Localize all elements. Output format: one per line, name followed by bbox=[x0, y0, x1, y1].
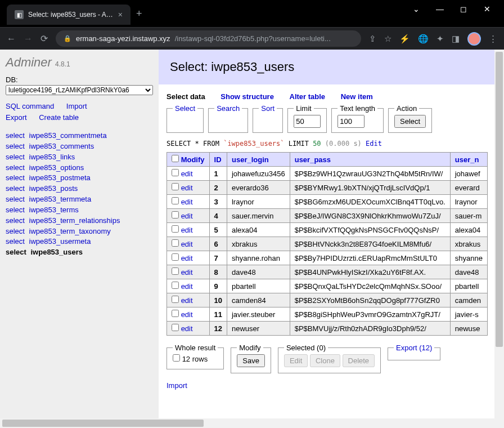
select-button[interactable] bbox=[394, 115, 426, 128]
url-input[interactable]: 🔒 erman-saga-yezi.instawp.xyz/instawp-sq… bbox=[56, 30, 361, 47]
table-name-link[interactable]: iwpe853_posts bbox=[29, 184, 78, 193]
maximize-icon[interactable]: ◻ bbox=[458, 5, 469, 14]
table-name-link[interactable]: iwpe853_terms bbox=[29, 206, 79, 214]
dropdown-icon[interactable]: ⌄ bbox=[411, 5, 422, 14]
sql-edit-link[interactable]: Edit bbox=[366, 140, 382, 148]
vertical-scrollbar[interactable] bbox=[494, 50, 504, 418]
row-edit-link[interactable]: edit bbox=[181, 268, 193, 277]
extensions-icon[interactable]: ✦ bbox=[436, 34, 444, 44]
row-checkbox[interactable] bbox=[172, 310, 179, 317]
page-header: Select: iwpe853_users bbox=[159, 50, 504, 84]
table-name-link[interactable]: iwpe853_termmeta bbox=[29, 195, 92, 203]
row-edit-link[interactable]: edit bbox=[181, 212, 193, 220]
row-checkbox[interactable] bbox=[172, 324, 179, 331]
globe-icon[interactable]: 🌐 bbox=[418, 34, 429, 44]
cell-user-pass: $P$B4UNPwkHlyISkzI/Xka2uY6tF8f.AX. bbox=[290, 265, 450, 279]
table-name-link[interactable]: iwpe853_term_relationships bbox=[29, 216, 120, 225]
db-select[interactable]: luletigoce4196_rLzAMiKpfPdl3RNkY0a6 bbox=[6, 85, 153, 95]
export-link[interactable]: Export bbox=[6, 112, 27, 123]
minimize-icon[interactable]: — bbox=[434, 5, 446, 14]
close-icon[interactable]: × bbox=[118, 10, 123, 19]
table-row: edit 9 pbartell $P$BQnxQaLTsHYDc2elcQmMq… bbox=[167, 279, 488, 293]
search-legend[interactable]: Search bbox=[214, 104, 242, 113]
row-checkbox[interactable] bbox=[172, 268, 179, 275]
create-table-link[interactable]: Create table bbox=[39, 112, 79, 123]
rows-checkbox[interactable] bbox=[173, 354, 180, 362]
row-checkbox[interactable] bbox=[172, 183, 179, 190]
table-select-link[interactable]: select bbox=[6, 206, 25, 214]
select-legend[interactable]: Select bbox=[173, 104, 197, 113]
browser-tab[interactable]: ◧ Select: iwpe853_users - Adminer × bbox=[7, 5, 130, 25]
table-select-link[interactable]: select bbox=[6, 248, 26, 256]
row-checkbox[interactable] bbox=[172, 296, 179, 303]
nav-select-data[interactable]: Select data bbox=[166, 92, 205, 101]
textlen-input[interactable] bbox=[338, 115, 364, 128]
table-name-link[interactable]: iwpe853_usermeta bbox=[29, 237, 91, 246]
forward-icon[interactable]: → bbox=[24, 34, 33, 44]
share-icon[interactable]: ⇪ bbox=[369, 34, 376, 44]
panel-icon[interactable]: ◨ bbox=[452, 34, 460, 44]
window-close-icon[interactable]: ✕ bbox=[482, 5, 493, 14]
row-edit-link[interactable]: edit bbox=[181, 240, 193, 248]
table-name-link[interactable]: iwpe853_comments bbox=[29, 142, 94, 150]
back-icon[interactable]: ← bbox=[7, 34, 16, 44]
export-legend[interactable]: Export (12) bbox=[394, 344, 434, 352]
row-edit-link[interactable]: edit bbox=[181, 324, 193, 333]
cell-user-login: sauer.mervin bbox=[227, 209, 290, 223]
row-checkbox[interactable] bbox=[172, 239, 179, 247]
horizontal-scrollbar[interactable] bbox=[0, 418, 504, 428]
table-select-link[interactable]: select bbox=[6, 237, 25, 246]
table-select-link[interactable]: select bbox=[6, 163, 25, 172]
row-edit-link[interactable]: edit bbox=[181, 184, 193, 192]
row-edit-link[interactable]: edit bbox=[181, 254, 193, 262]
delete-button[interactable]: Delete bbox=[343, 354, 375, 367]
row-checkbox[interactable] bbox=[172, 253, 179, 261]
rows-checkbox-label[interactable]: 12 rows bbox=[173, 355, 208, 363]
row-checkbox[interactable] bbox=[172, 197, 179, 204]
table-select-link[interactable]: select bbox=[6, 142, 25, 150]
new-tab-button[interactable]: + bbox=[136, 8, 142, 20]
table-select-link[interactable]: select bbox=[6, 153, 25, 161]
select-all-checkbox[interactable] bbox=[172, 155, 179, 162]
sort-legend[interactable]: Sort bbox=[259, 104, 277, 113]
table-select-link[interactable]: select bbox=[6, 173, 25, 182]
table-select-link[interactable]: select bbox=[6, 216, 25, 225]
row-edit-link[interactable]: edit bbox=[181, 226, 193, 234]
clone-button[interactable]: Clone bbox=[310, 354, 340, 367]
col-modify[interactable]: Modify bbox=[181, 155, 205, 164]
bolt-icon[interactable]: ⚡ bbox=[399, 34, 410, 44]
row-edit-link[interactable]: edit bbox=[181, 310, 193, 319]
import-results-link[interactable]: Import bbox=[166, 381, 187, 390]
row-edit-link[interactable]: edit bbox=[181, 282, 193, 291]
table-select-link[interactable]: select bbox=[6, 184, 25, 193]
nav-show-structure[interactable]: Show structure bbox=[220, 92, 274, 101]
limit-input[interactable] bbox=[294, 115, 321, 128]
table-name-link[interactable]: iwpe853_options bbox=[29, 163, 84, 172]
row-checkbox[interactable] bbox=[172, 225, 179, 233]
cell-id: 3 bbox=[209, 195, 227, 209]
import-link[interactable]: Import bbox=[66, 101, 87, 112]
save-button[interactable]: Save bbox=[237, 354, 265, 367]
cell-id: 10 bbox=[209, 293, 227, 307]
profile-avatar[interactable] bbox=[467, 32, 481, 46]
menu-icon[interactable]: ⋮ bbox=[489, 34, 497, 44]
table-name-link[interactable]: iwpe853_links bbox=[29, 153, 75, 161]
row-checkbox[interactable] bbox=[172, 211, 179, 219]
table-select-link[interactable]: select bbox=[6, 195, 25, 203]
nav-alter-table[interactable]: Alter table bbox=[290, 92, 326, 101]
row-edit-link[interactable]: edit bbox=[181, 170, 193, 178]
nav-new-item[interactable]: New item bbox=[341, 92, 373, 101]
row-checkbox[interactable] bbox=[172, 169, 179, 176]
table-select-link[interactable]: select bbox=[6, 131, 25, 140]
star-icon[interactable]: ☆ bbox=[384, 34, 392, 44]
table-name-link[interactable]: iwpe853_commentmeta bbox=[29, 131, 107, 140]
table-select-link[interactable]: select bbox=[6, 227, 25, 235]
sql-command-link[interactable]: SQL command bbox=[6, 101, 54, 112]
row-edit-link[interactable]: edit bbox=[181, 296, 193, 305]
table-name-link[interactable]: iwpe853_postmeta bbox=[29, 173, 91, 182]
edit-button[interactable]: Edit bbox=[284, 354, 308, 367]
reload-icon[interactable]: ⟳ bbox=[40, 33, 48, 44]
row-checkbox[interactable] bbox=[172, 282, 179, 289]
row-edit-link[interactable]: edit bbox=[181, 198, 193, 206]
table-name-link[interactable]: iwpe853_term_taxonomy bbox=[29, 227, 111, 235]
